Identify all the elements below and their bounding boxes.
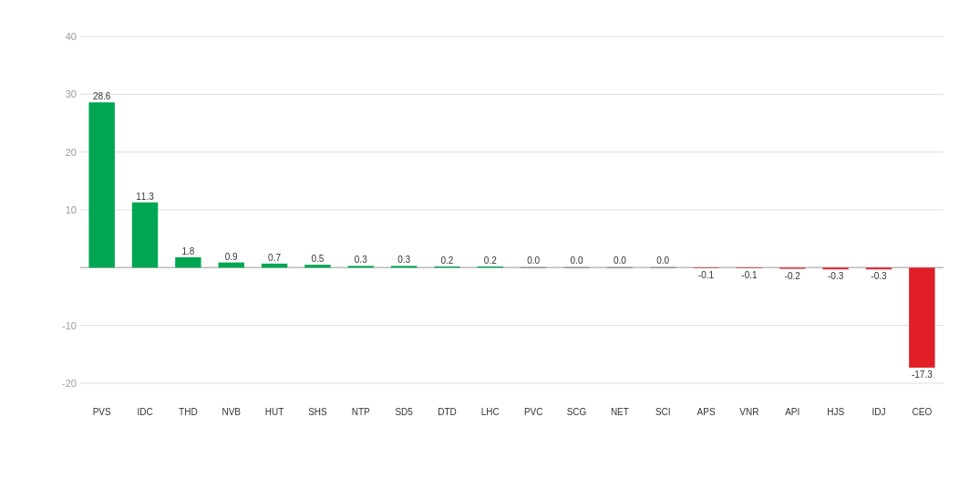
svg-text:-0.2: -0.2 [785, 271, 801, 281]
svg-rect-31 [348, 266, 374, 267]
svg-text:11.3: 11.3 [136, 192, 154, 202]
svg-rect-55 [693, 267, 718, 268]
svg-text:0.3: 0.3 [397, 255, 410, 265]
svg-text:-0.1: -0.1 [741, 270, 758, 280]
svg-rect-64 [822, 267, 848, 269]
svg-text:SD5: SD5 [395, 407, 413, 417]
svg-text:1.8: 1.8 [181, 246, 194, 256]
svg-rect-40 [478, 266, 503, 267]
svg-rect-70 [909, 267, 934, 368]
svg-rect-67 [866, 267, 892, 269]
svg-text:0.5: 0.5 [311, 254, 324, 264]
svg-text:HJS: HJS [827, 407, 844, 417]
svg-text:10: 10 [66, 204, 77, 215]
chart-svg: 40302010-10-2028.6PVS11.3IDC1.8THD0.9NVB… [46, 27, 953, 420]
svg-text:40: 40 [66, 31, 77, 42]
svg-text:PVS: PVS [93, 407, 111, 417]
svg-text:HUT: HUT [265, 407, 284, 417]
svg-text:APS: APS [697, 407, 716, 417]
svg-rect-13 [88, 102, 114, 267]
svg-rect-58 [737, 267, 762, 268]
svg-text:VNR: VNR [739, 407, 758, 417]
svg-text:0.0: 0.0 [527, 255, 540, 266]
svg-text:SHS: SHS [308, 407, 327, 417]
svg-text:PVC: PVC [524, 407, 543, 417]
svg-text:0.7: 0.7 [268, 253, 281, 263]
svg-text:0.2: 0.2 [441, 255, 454, 266]
svg-text:NET: NET [611, 407, 629, 417]
svg-rect-19 [175, 257, 201, 267]
svg-text:API: API [785, 407, 799, 417]
svg-text:0.0: 0.0 [571, 255, 583, 266]
svg-text:-17.3: -17.3 [912, 370, 933, 380]
svg-rect-34 [391, 266, 417, 267]
svg-text:0.0: 0.0 [656, 255, 669, 266]
svg-text:NTP: NTP [352, 407, 370, 417]
svg-text:LHC: LHC [481, 407, 500, 417]
svg-text:0.2: 0.2 [484, 255, 497, 266]
svg-text:20: 20 [66, 147, 77, 158]
svg-rect-25 [262, 264, 287, 267]
svg-rect-28 [304, 265, 330, 267]
chart-container: 40302010-10-2028.6PVS11.3IDC1.8THD0.9NVB… [0, 0, 980, 490]
svg-text:-0.3: -0.3 [828, 271, 844, 281]
svg-text:28.6: 28.6 [93, 91, 111, 101]
svg-rect-16 [132, 203, 158, 268]
svg-text:IDC: IDC [137, 407, 152, 417]
svg-text:-0.3: -0.3 [871, 271, 887, 281]
svg-text:0.3: 0.3 [355, 255, 367, 265]
svg-text:IDJ: IDJ [872, 407, 885, 417]
svg-rect-61 [779, 267, 805, 268]
svg-rect-37 [434, 266, 459, 267]
svg-text:CEO: CEO [912, 407, 932, 417]
svg-text:THD: THD [179, 407, 198, 417]
svg-text:-20: -20 [62, 378, 77, 389]
svg-text:30: 30 [66, 89, 77, 99]
svg-text:SCI: SCI [655, 407, 671, 417]
svg-text:-0.1: -0.1 [698, 270, 715, 280]
svg-text:0.0: 0.0 [614, 255, 626, 266]
svg-text:0.9: 0.9 [225, 252, 238, 262]
svg-text:SCG: SCG [567, 407, 587, 417]
svg-text:-10: -10 [62, 320, 77, 331]
svg-text:NVB: NVB [222, 407, 241, 417]
chart-area: 40302010-10-2028.6PVS11.3IDC1.8THD0.9NVB… [46, 27, 953, 420]
svg-rect-22 [219, 263, 244, 268]
svg-text:DTD: DTD [438, 407, 457, 417]
